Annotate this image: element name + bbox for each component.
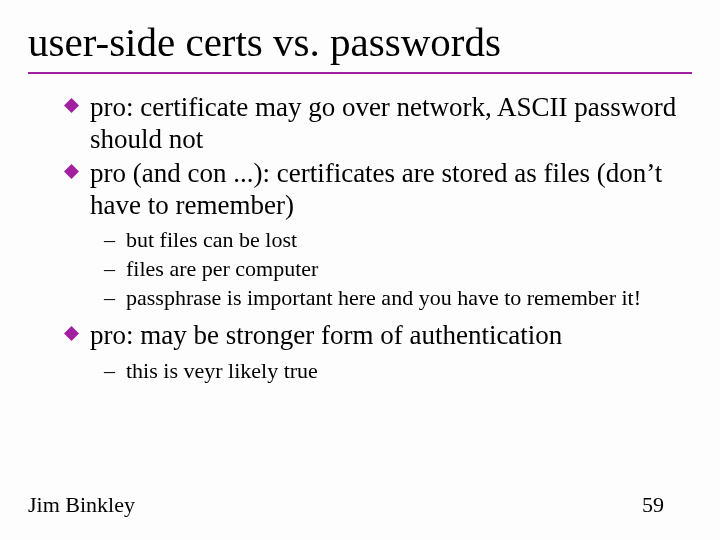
title-underline	[28, 72, 692, 74]
diamond-bullet-icon	[64, 320, 90, 341]
sub-bullet-text: passphrase is important here and you hav…	[126, 285, 682, 312]
sub-bullet-item: – files are per computer	[104, 256, 682, 283]
dash-bullet-icon: –	[104, 285, 126, 312]
bullet-text: pro: may be stronger form of authenticat…	[90, 320, 682, 352]
slide-title: user-side certs vs. passwords	[28, 18, 692, 66]
dash-bullet-icon: –	[104, 256, 126, 283]
sub-bullet-text: but files can be lost	[126, 227, 682, 254]
sub-bullet-item: – this is veyr likely true	[104, 358, 682, 385]
bullet-item: pro (and con ...): certificates are stor…	[64, 158, 682, 222]
bullet-text: pro (and con ...): certificates are stor…	[90, 158, 682, 222]
footer-author: Jim Binkley	[28, 492, 135, 518]
diamond-bullet-icon	[64, 158, 90, 179]
sub-bullet-group: – this is veyr likely true	[64, 358, 682, 385]
svg-marker-0	[64, 98, 79, 113]
slide-body: pro: certificate may go over network, AS…	[28, 92, 692, 385]
svg-marker-1	[64, 164, 79, 179]
bullet-text: pro: certificate may go over network, AS…	[90, 92, 682, 156]
footer-page-number: 59	[642, 492, 664, 518]
sub-bullet-text: this is veyr likely true	[126, 358, 682, 385]
sub-bullet-item: – passphrase is important here and you h…	[104, 285, 682, 312]
sub-bullet-item: – but files can be lost	[104, 227, 682, 254]
sub-bullet-text: files are per computer	[126, 256, 682, 283]
bullet-item: pro: may be stronger form of authenticat…	[64, 320, 682, 352]
dash-bullet-icon: –	[104, 227, 126, 254]
slide: user-side certs vs. passwords pro: certi…	[0, 0, 720, 540]
svg-marker-2	[64, 326, 79, 341]
bullet-item: pro: certificate may go over network, AS…	[64, 92, 682, 156]
diamond-bullet-icon	[64, 92, 90, 113]
dash-bullet-icon: –	[104, 358, 126, 385]
sub-bullet-group: – but files can be lost – files are per …	[64, 227, 682, 311]
